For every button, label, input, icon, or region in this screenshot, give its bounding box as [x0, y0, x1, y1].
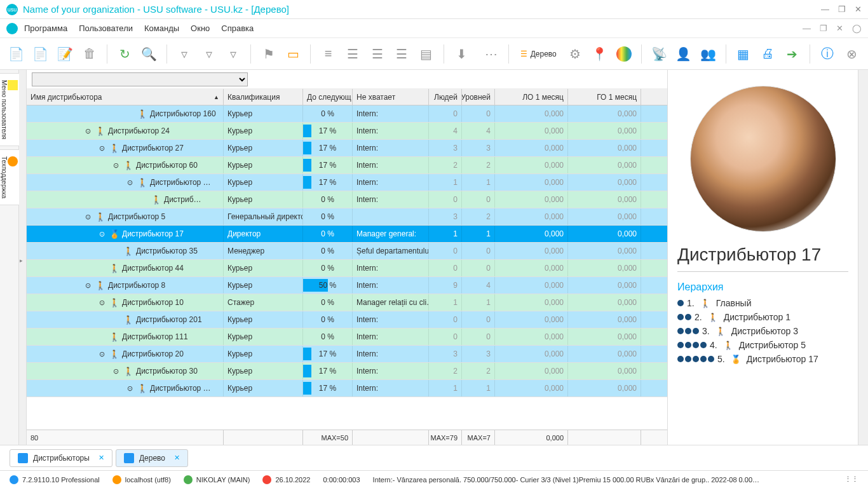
columns-icon[interactable]: ▤	[416, 44, 436, 64]
info-icon[interactable]: ⓘ	[818, 44, 837, 64]
filter-clear-icon[interactable]: ▿	[224, 44, 243, 64]
close-icon[interactable]: ✕	[855, 4, 862, 14]
table-row[interactable]: ⊙🚶Дистрибьютор 10Стажер0 %Manager relați…	[27, 294, 667, 311]
row-lo: 0,000	[495, 140, 568, 156]
menu-help[interactable]: Справка	[221, 24, 254, 33]
vertical-scrollbar[interactable]	[858, 70, 868, 445]
tree-view-button[interactable]: ☰Дерево	[517, 50, 560, 58]
users-icon[interactable]: 👥	[698, 44, 718, 64]
edit-doc-icon[interactable]: 📝	[55, 44, 75, 64]
color-icon[interactable]	[614, 44, 634, 64]
col-go[interactable]: ГО 1 месяц	[568, 89, 641, 105]
calendar-icon[interactable]: ▦	[734, 44, 754, 64]
top-combo[interactable]	[32, 72, 248, 86]
menu-window[interactable]: Окно	[191, 24, 210, 33]
minimize-icon[interactable]: —	[821, 4, 829, 14]
refresh-icon[interactable]: ↻	[115, 44, 135, 64]
search-icon[interactable]: 🔍	[139, 44, 159, 64]
expand-icon[interactable]: ⊙	[125, 179, 135, 187]
table-row[interactable]: ⊙🚶Дистрибьютор 27Курьер17 %Intern:330,00…	[27, 140, 667, 157]
rss-icon[interactable]: 📡	[649, 44, 669, 64]
row-people: 0	[429, 105, 462, 122]
expand-icon[interactable]: ⊙	[111, 367, 121, 376]
tab-tree[interactable]: Дерево ✕	[116, 449, 188, 467]
hierarchy-item[interactable]: 4.🚶Дистрибьютор 5	[677, 340, 848, 350]
status-grip-icon[interactable]: ⋮⋮	[844, 475, 858, 484]
print-icon[interactable]: 🖨	[758, 44, 778, 64]
import-icon[interactable]: ⬇	[452, 44, 471, 64]
col-kval[interactable]: Квалификация	[224, 89, 303, 105]
row-kval: Курьер	[224, 191, 303, 208]
hierarchy-item[interactable]: 5.🏅Дистрибьютор 17	[677, 354, 848, 364]
hierarchy-item[interactable]: 3.🚶Дистрибьютор 3	[677, 326, 848, 336]
delete-doc-icon[interactable]: 🗑	[80, 44, 100, 64]
gear-icon[interactable]: ⚙	[566, 44, 585, 64]
more-icon[interactable]: ⋯	[481, 44, 501, 64]
go-icon[interactable]: ➔	[783, 44, 803, 64]
table-row[interactable]: ⊙🚶Дистрибьютор 60Курьер17 %Intern:220,00…	[27, 157, 667, 174]
hierarchy-item[interactable]: 1.🚶Главный	[677, 298, 848, 308]
col-levels[interactable]: Уровней	[462, 89, 495, 105]
person-icon: 🚶	[109, 332, 119, 342]
expand-icon[interactable]: ⊙	[125, 384, 135, 393]
table-row[interactable]: 🚶Дистриб…Курьер0 %Intern:000,0000,000	[27, 191, 667, 208]
table-row[interactable]: ⊙🏅Дистрибьютор 17Директор0 %Manager gene…	[27, 226, 667, 243]
panel-expander[interactable]	[19, 70, 27, 445]
filter-icon[interactable]: ▿	[175, 44, 194, 64]
table-row[interactable]: ⊙🚶Дистрибьютор …Курьер17 %Intern:110,000…	[27, 380, 667, 397]
side-tab-user-menu[interactable]: Меню пользователя	[0, 73, 20, 146]
expand-icon[interactable]: ⊙	[83, 127, 93, 135]
tree-collapse-icon[interactable]: ☰	[367, 44, 387, 64]
tab-distributors[interactable]: Дистрибьюторы ✕	[10, 449, 112, 467]
menu-commands[interactable]: Команды	[144, 24, 179, 33]
table-row[interactable]: 🚶Дистрибьютор 44Курьер0 %Intern:000,0000…	[27, 260, 667, 277]
row-go: 0,000	[568, 346, 641, 362]
mdi-help-icon[interactable]: ◯	[852, 24, 862, 33]
tree-expand-icon[interactable]: ☰	[343, 44, 363, 64]
mdi-close-icon[interactable]: ✕	[836, 24, 843, 33]
image-icon[interactable]: ▭	[283, 44, 303, 64]
open-doc-icon[interactable]: 📄	[31, 44, 51, 64]
hierarchy-item[interactable]: 2.🚶Дистрибьютор 1	[677, 312, 848, 322]
table-row[interactable]: 🚶Дистрибьютор 160Курьер0 %Intern:000,000…	[27, 105, 667, 123]
flag-icon[interactable]: ⚑	[259, 44, 278, 64]
tab-close-icon[interactable]: ✕	[98, 454, 104, 462]
menu-users[interactable]: Пользователи	[79, 24, 133, 33]
side-tab-support[interactable]: Техподдержка	[0, 149, 20, 205]
col-lo[interactable]: ЛО 1 месяц	[495, 89, 568, 105]
table-row[interactable]: ⊙🚶Дистрибьютор 24Курьер17 %Intern:440,00…	[27, 123, 667, 140]
expand-icon[interactable]: ⊙	[97, 144, 107, 152]
table-row[interactable]: ⊙🚶Дистрибьютор …Курьер17 %Intern:110,000…	[27, 174, 667, 191]
tree-add-icon[interactable]: ☰	[392, 44, 412, 64]
table-row[interactable]: 🚶Дистрибьютор 35Менеджер0 %Șeful departa…	[27, 243, 667, 260]
list-icon[interactable]: ≡	[318, 44, 338, 64]
table-row[interactable]: ⊙🚶Дистрибьютор 20Курьер17 %Intern:330,00…	[27, 346, 667, 363]
tab-close-icon[interactable]: ✕	[174, 454, 180, 462]
col-miss[interactable]: Не хватает	[353, 89, 429, 105]
expand-icon[interactable]: ⊙	[97, 230, 107, 238]
location-icon[interactable]: 📍	[590, 44, 609, 64]
table-row[interactable]: ⊙🚶Дистрибьютор 8Курьер50 %Intern:940,000…	[27, 277, 667, 294]
table-row[interactable]: 🚶Дистрибьютор 201Курьер0 %Intern:000,000…	[27, 311, 667, 329]
filter-settings-icon[interactable]: ▿	[199, 44, 219, 64]
menu-program[interactable]: Программа	[24, 24, 67, 33]
user-icon[interactable]: 👤	[674, 44, 694, 64]
table-row[interactable]: 🚶Дистрибьютор 111Курьер0 %Intern:000,000…	[27, 329, 667, 346]
row-people: 1	[429, 174, 462, 191]
expand-icon[interactable]: ⊙	[111, 161, 121, 170]
expand-icon[interactable]: ⊙	[97, 299, 107, 307]
mdi-minimize-icon[interactable]: —	[803, 24, 811, 33]
maximize-icon[interactable]: ❐	[838, 4, 846, 14]
table-row[interactable]: ⊙🚶Дистрибьютор 5Генеральный директор0 %3…	[27, 208, 667, 226]
new-doc-icon[interactable]: 📄	[6, 44, 26, 64]
col-next[interactable]: До следующ…	[303, 89, 353, 105]
mdi-restore-icon[interactable]: ❐	[820, 24, 827, 33]
expand-icon[interactable]: ⊙	[83, 213, 93, 221]
table-row[interactable]: ⊙🚶Дистрибьютор 30Курьер17 %Intern:220,00…	[27, 363, 667, 380]
close2-icon[interactable]: ⊗	[843, 44, 862, 64]
row-name: Дистрибьютор …	[150, 178, 211, 187]
expand-icon[interactable]: ⊙	[83, 281, 93, 290]
expand-icon[interactable]: ⊙	[97, 350, 107, 358]
col-people[interactable]: Людей	[429, 89, 462, 105]
col-name[interactable]: Имя дистрибьютора▲	[27, 89, 224, 105]
